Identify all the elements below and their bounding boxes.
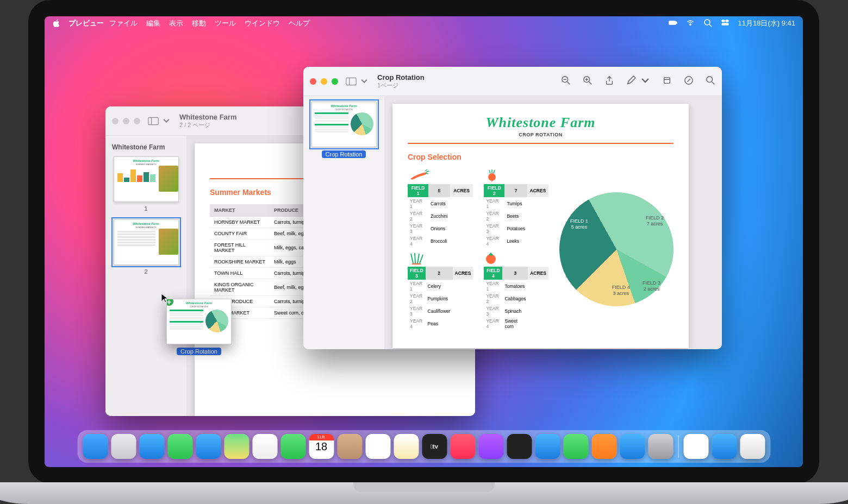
menu-ウインドウ[interactable]: ウインドウ [245, 18, 280, 28]
dock-app-facetime[interactable] [280, 434, 305, 459]
apple-menu-icon[interactable] [52, 19, 61, 28]
window1-title-group: Whitestone Farm 2 / 2 ページ [179, 113, 236, 129]
battery-icon[interactable] [669, 18, 677, 29]
dock-app-mail[interactable] [196, 434, 221, 459]
fields-grid: FIELD 15ACRESYEAR 1CarrotsYEAR 2Zucchini… [408, 169, 548, 330]
menu-ファイル[interactable]: ファイル [109, 18, 138, 28]
cursor-icon [161, 293, 169, 303]
field-block-4: FIELD 43ACRESYEAR 1TomatoesYEAR 2Cabbage… [484, 251, 548, 330]
dock-app-trash[interactable] [740, 434, 765, 459]
pie-label-2: FIELD 27 acres [646, 215, 664, 227]
traffic-lights [112, 118, 140, 124]
pie-label-1: FIELD 15 acres [570, 218, 588, 230]
field-block-1: FIELD 15ACRESYEAR 1CarrotsYEAR 2Zucchini… [408, 169, 473, 247]
highlight-icon[interactable] [684, 75, 694, 87]
doc-subtitle: CROP ROTATION [408, 132, 674, 137]
traffic-lights [310, 78, 338, 85]
svg-rect-10 [664, 77, 670, 83]
thumbnail-1[interactable]: Whitestone Farm CROP ROTATION Crop Rotat… [309, 102, 379, 158]
preview-window-crop-rotation: Crop Rotation 1ページ Whitestone Farm CROP … [303, 67, 722, 349]
doc-title: Whitestone Farm [408, 115, 674, 131]
window1-sidebar: Whitestone Farm Whitestone Farm SUMMER M… [105, 136, 187, 416]
window2-toolbar: Crop Rotation 1ページ [303, 67, 722, 96]
dock-app-appstore[interactable] [620, 434, 645, 459]
laptop-frame: プレビュー ファイル編集表示移動ツールウインドウヘルプ 11月18日(水) 9:… [28, 0, 819, 504]
pie-chart: FIELD 15 acres FIELD 27 acres FIELD 32 a… [559, 192, 674, 306]
menu-編集[interactable]: 編集 [146, 18, 160, 28]
window2-subtitle: 1ページ [377, 81, 425, 90]
dock-app-numbers[interactable] [563, 434, 588, 459]
field-block-2: FIELD 27ACRESYEAR 1TurnipsYEAR 2BeetsYEA… [484, 169, 548, 247]
menu-ヘルプ[interactable]: ヘルプ [289, 18, 310, 28]
dock-app-podcasts[interactable] [478, 434, 503, 459]
dock-app-keynote[interactable] [535, 434, 560, 459]
menubar-app-name[interactable]: プレビュー [68, 18, 104, 28]
thumbnail-label: Crop Rotation [322, 150, 366, 158]
dock-app-preview[interactable] [683, 434, 708, 459]
zoom-in-icon[interactable] [583, 75, 593, 87]
field-block-3: FIELD 32ACRESYEAR 1CeleryYEAR 2PumpkinsY… [408, 251, 473, 330]
menu-表示[interactable]: 表示 [169, 18, 183, 28]
dock-app-calendar[interactable]: 11月18 [309, 434, 334, 459]
pie-chart-area: FIELD 15 acres FIELD 27 acres FIELD 32 a… [559, 169, 674, 330]
svg-point-12 [707, 76, 713, 82]
sidebar-toggle-button[interactable] [148, 117, 172, 125]
chevron-down-icon[interactable] [640, 75, 650, 87]
menu-移動[interactable]: 移動 [192, 18, 206, 28]
sidebar-toggle-button[interactable] [346, 77, 370, 86]
control-center-icon[interactable] [721, 18, 729, 29]
close-button[interactable] [112, 118, 119, 124]
carrot-icon [408, 169, 473, 182]
markup-icon[interactable] [626, 75, 636, 87]
thumbnail-1[interactable]: Whitestone Farm SUMMER MARKETS 1 [111, 156, 181, 212]
minimize-button[interactable] [321, 78, 327, 85]
svg-rect-3 [722, 20, 725, 22]
svg-point-2 [704, 20, 710, 25]
dock-app-safari[interactable] [139, 434, 164, 459]
dock-app-notes[interactable] [394, 434, 419, 459]
window2-sidebar: Whitestone Farm CROP ROTATION Crop Rotat… [303, 96, 385, 349]
window2-title: Crop Rotation [377, 73, 425, 81]
close-button[interactable] [310, 78, 316, 85]
menubar-right: 11月18日(水) 9:41 [669, 18, 796, 29]
dock-app-launchpad[interactable] [111, 434, 136, 459]
dock-app-downloads[interactable] [712, 434, 737, 459]
menubar-menus: ファイル編集表示移動ツールウインドウヘルプ [109, 18, 310, 28]
dock-app-news[interactable] [507, 434, 532, 459]
rotate-icon[interactable] [662, 75, 672, 87]
dock-app-maps[interactable] [224, 434, 249, 459]
zoom-out-icon[interactable] [561, 75, 571, 87]
menubar: プレビュー ファイル編集表示移動ツールウインドウヘルプ 11月18日(水) 9:… [45, 16, 803, 30]
dock-app-finder[interactable] [83, 434, 108, 459]
dock-app-pages[interactable] [591, 434, 616, 459]
wifi-icon[interactable] [686, 18, 695, 29]
svg-rect-1 [676, 22, 677, 23]
dock-app-photos[interactable] [252, 434, 277, 459]
dock-app-reminders[interactable] [365, 434, 390, 459]
dock-app-tv[interactable]: tv [422, 434, 447, 459]
svg-rect-4 [726, 20, 728, 22]
zoom-button[interactable] [332, 78, 338, 85]
svg-rect-6 [148, 117, 158, 124]
dock-app-messages[interactable] [167, 434, 192, 459]
window1-title: Whitestone Farm [179, 113, 236, 121]
minimize-button[interactable] [123, 118, 129, 124]
menu-ツール[interactable]: ツール [215, 18, 236, 28]
menubar-datetime[interactable]: 11月18日(水) 9:41 [738, 18, 796, 28]
svg-rect-5 [722, 23, 728, 25]
screen: プレビュー ファイル編集表示移動ツールウインドウヘルプ 11月18日(水) 9:… [45, 16, 803, 467]
window2-page: Whitestone Farm CROP ROTATION Crop Selec… [392, 104, 689, 348]
spotlight-icon[interactable] [703, 18, 712, 29]
dock-app-music[interactable] [450, 434, 475, 459]
dock-app-settings[interactable] [648, 434, 673, 459]
share-icon[interactable] [604, 75, 614, 87]
search-icon[interactable] [706, 75, 715, 87]
radish-icon [484, 169, 548, 182]
dock-app-contacts[interactable] [337, 434, 362, 459]
svg-rect-7 [346, 78, 356, 85]
dragged-thumbnail[interactable]: + Whitestone Farm CROP ROTATION Crop Rot… [166, 299, 232, 356]
zoom-button[interactable] [134, 118, 140, 124]
window1-subtitle: 2 / 2 ページ [179, 121, 236, 129]
thumbnail-2[interactable]: Whitestone Farm SUMMER MARKETS 2 [111, 219, 181, 275]
window2-canvas[interactable]: Whitestone Farm CROP ROTATION Crop Selec… [385, 96, 722, 349]
